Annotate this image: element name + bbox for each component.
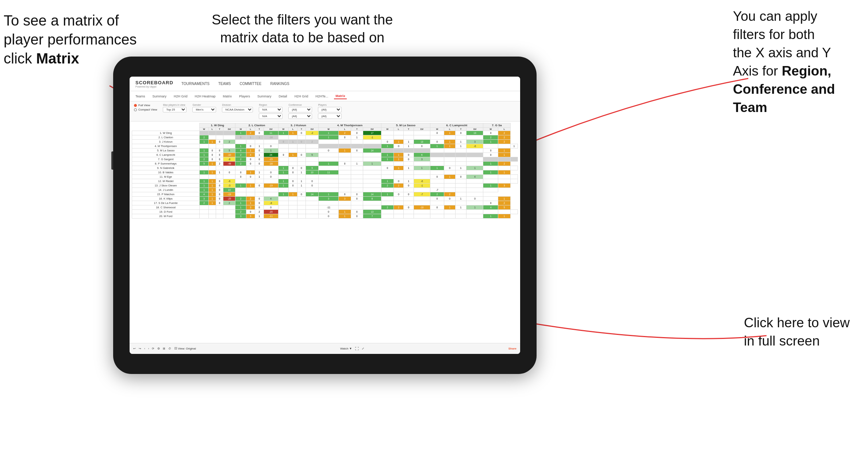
region-select-1[interactable]: N/A — [259, 107, 283, 112]
nav-rankings[interactable]: RANKINGS — [269, 80, 290, 87]
refresh-btn[interactable]: ⟳ — [152, 347, 154, 350]
matrix-cell: 2 — [498, 131, 510, 135]
tab-teams[interactable]: Teams — [134, 94, 147, 99]
matrix-cell — [498, 166, 510, 170]
matrix-cell — [318, 184, 338, 188]
matrix-cell: 0 — [404, 184, 414, 188]
matrix-cell: 1 — [318, 162, 338, 166]
fullscreen-btn[interactable]: ⛶ — [355, 347, 359, 351]
forward-btn[interactable]: › — [148, 347, 149, 350]
matrix-cell: 1 — [455, 166, 466, 170]
max-players-select[interactable]: Top 25 — [163, 107, 187, 112]
nav-committee[interactable]: COMMITTEE — [239, 80, 262, 87]
annotation-top-left: To see a matrix of player performances c… — [4, 11, 137, 68]
matrix-cell — [339, 157, 351, 162]
matrix-cell — [200, 205, 209, 210]
division-select[interactable]: NCAA Division I — [222, 107, 253, 112]
players-select-1[interactable]: (All) — [318, 107, 342, 112]
radio-full-view[interactable]: Full View — [134, 104, 157, 107]
nav-teams[interactable]: TEAMS — [218, 80, 231, 87]
annotation-bottom-right: Click here to view in full screen — [744, 314, 850, 350]
tab-h2hte[interactable]: H2HTe... — [314, 94, 330, 99]
matrix-cell — [255, 192, 264, 197]
matrix-cell: 2 — [393, 184, 403, 188]
matrix-cell: 0 — [381, 166, 394, 170]
matrix-cell: 0 — [235, 170, 246, 175]
table-row: 14. J Lundin11010-7 — [132, 188, 518, 192]
matrix-cell: 5 — [498, 205, 510, 210]
undo-btn[interactable]: ↩ — [133, 347, 136, 350]
sh-t6: T — [455, 128, 466, 131]
matrix-cell: 0 — [444, 197, 456, 201]
matrix-cell: 2 — [235, 197, 246, 201]
matrix-cell: 1 — [381, 192, 394, 197]
matrix-cell — [200, 144, 209, 148]
matrix-cell: 2 — [483, 135, 498, 140]
matrix-cell — [483, 188, 498, 192]
redo-btn[interactable]: ↪ — [139, 347, 141, 350]
matrix-cell — [455, 170, 466, 175]
tab-h2h-heatmap[interactable]: H2H Heatmap — [193, 94, 217, 99]
players-select-2[interactable]: (All) — [318, 113, 342, 119]
tab-summary-2[interactable]: Summary — [256, 94, 273, 99]
row-label: 11. M Ege — [132, 175, 200, 179]
conference-select-2[interactable]: (All) — [288, 113, 312, 119]
share-icon-btn[interactable]: ⤢ — [362, 347, 364, 350]
matrix-cell: 0 — [351, 210, 363, 214]
matrix-cell: 0 — [216, 140, 223, 144]
matrix-cell: -15 — [264, 157, 278, 162]
region-select-2[interactable]: N/A — [259, 113, 283, 119]
matrix-cell — [306, 188, 318, 192]
row-label: 9. N Gabrelcik — [132, 166, 200, 170]
gender-select[interactable]: Men's — [192, 107, 216, 112]
tab-h2h-grid-2[interactable]: H2H Grid — [293, 94, 310, 99]
filters-area: Full View Compact View Max players in vi… — [130, 101, 520, 121]
nav-tournaments[interactable]: TOURNAMENTS — [181, 80, 210, 87]
tab-summary[interactable]: Summary — [151, 94, 168, 99]
matrix-cell: 1 — [339, 148, 351, 153]
matrix-cell: -25 — [223, 197, 235, 201]
subheader-corner — [132, 128, 200, 131]
matrix-cell: 0 — [306, 179, 318, 184]
matrix-cell — [351, 166, 363, 170]
matrix-cell: -8 — [264, 201, 278, 205]
watch-btn[interactable]: Watch ▼ — [340, 347, 352, 350]
matrix-cell: 1 — [483, 162, 498, 166]
matrix-cell: 1 — [381, 144, 394, 148]
row-label: 4. M Thorbjornsen — [132, 144, 200, 148]
matrix-cell — [381, 131, 394, 135]
matrix-cell: 2 — [498, 201, 510, 205]
watch-label: Watch — [340, 347, 348, 350]
matrix-cell — [351, 170, 363, 175]
tab-detail[interactable]: Detail — [277, 94, 289, 99]
matrix-cell: 3 — [414, 157, 430, 162]
tab-h2h-grid[interactable]: H2H Grid — [172, 94, 189, 99]
tab-matrix-1[interactable]: Matrix — [222, 94, 234, 99]
matrix-cell: 0 — [351, 148, 363, 153]
matrix-cell — [223, 205, 235, 210]
matrix-cell — [216, 131, 223, 135]
table-row: 9. N Gabrelcik100901111011 — [132, 166, 518, 170]
tab-matrix-active[interactable]: Matrix — [334, 93, 347, 99]
ann-tl-line3-pre: click — [4, 50, 36, 66]
timer-btn[interactable]: ⏱ — [168, 347, 171, 350]
matrix-cell: 1 — [483, 214, 498, 219]
settings-btn[interactable]: ⚙ — [157, 347, 160, 350]
region-label: Region — [259, 104, 283, 106]
back-btn[interactable]: ‹ — [144, 347, 145, 350]
tab-players[interactable]: Players — [238, 94, 251, 99]
sh-l1: L — [208, 128, 216, 131]
matrix-cell: 1 — [255, 175, 264, 179]
matrix-cell — [339, 184, 351, 188]
matrix-cell — [430, 210, 444, 214]
conference-select-1[interactable]: (All) — [288, 107, 312, 112]
matrix-cell — [414, 197, 430, 201]
matrix-cell: 6 — [414, 153, 430, 157]
matrix-cell — [246, 188, 255, 192]
matrix-cell: 1 — [289, 153, 297, 157]
matrix-cell: 0 — [255, 148, 264, 153]
grid-btn[interactable]: ⊞ — [163, 347, 165, 350]
share-btn[interactable]: Share — [508, 347, 516, 350]
radio-compact-view[interactable]: Compact View — [134, 108, 157, 111]
matrix-cell: 13 — [466, 131, 483, 135]
